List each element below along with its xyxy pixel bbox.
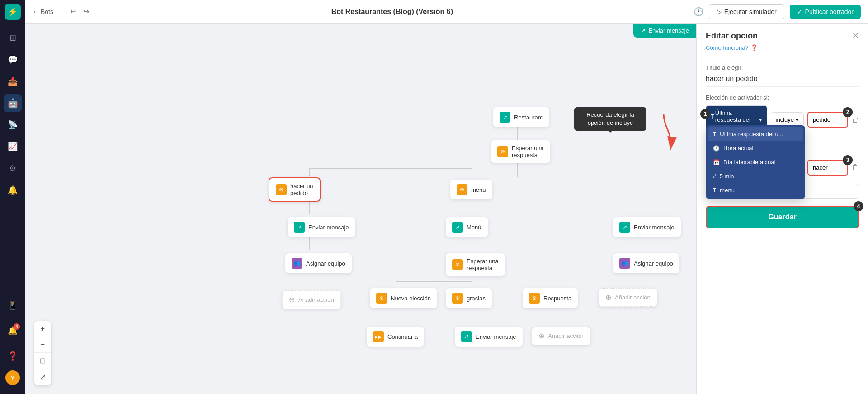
trigger-row-1: 1 T Última respuesta del usu. ▾ T Última… — [706, 105, 859, 134]
sidebar-item-inbox[interactable]: 📥 — [4, 72, 22, 90]
row1-value-input[interactable] — [807, 112, 848, 128]
simulator-button[interactable]: ▷ Ejecutar simulador — [709, 4, 784, 19]
sidebar-item-bot[interactable]: 🤖 — [4, 94, 22, 112]
undo-button[interactable]: ↩ — [68, 5, 78, 18]
dropdown-item-4-label: 5 min — [720, 173, 734, 180]
row2-value-input[interactable] — [807, 160, 848, 176]
clock-icon: 🕐 — [713, 145, 720, 152]
node-anadir-1[interactable]: ⊕ Añadir acción — [282, 290, 341, 309]
back-button[interactable]: ← Bots — [33, 8, 53, 15]
sidebar-item-broadcast[interactable]: 📡 — [4, 116, 22, 134]
node-esperar-top-label: Esperar unarespuesta — [512, 145, 544, 158]
history-button[interactable]: 🕐 — [693, 7, 703, 17]
trigger-select-1[interactable]: T Última respuesta del usu. ▾ T Última r… — [706, 105, 767, 134]
title-input[interactable] — [706, 75, 859, 87]
save-button[interactable]: Guardar — [706, 206, 859, 228]
question-icon: ❓ — [750, 44, 758, 51]
node-asignar-1[interactable]: 👥 Asignar equipo — [285, 253, 352, 273]
delete-row2-button[interactable]: 🗑 — [852, 163, 859, 171]
node-enviar-1[interactable]: ↗ Enviar mensaje — [288, 217, 355, 237]
analytics-icon: 📈 — [8, 142, 18, 152]
sidebar-item-alerts[interactable]: 🔔 — [4, 181, 22, 199]
node-menu-2[interactable]: ↗ Menú — [446, 217, 488, 237]
node-nueva-eleccion-icon: ⊗ — [376, 293, 387, 304]
node-menu[interactable]: ⊗ menu — [450, 180, 492, 199]
sidebar-item-analytics[interactable]: 📈 — [4, 138, 22, 156]
node-esperar-2-icon: ⊗ — [452, 259, 463, 270]
calendar-icon: 📅 — [713, 159, 720, 166]
plus-circle-icon-right: ⊕ — [605, 293, 611, 302]
bot-icon: 🤖 — [7, 98, 19, 109]
node-nueva-eleccion[interactable]: ⊗ Nueva elección — [370, 288, 437, 308]
whatsapp-icon: 📱 — [8, 300, 18, 310]
dropdown-item-2-label: Hora actual — [723, 145, 753, 152]
redo-button[interactable]: ↪ — [81, 5, 91, 18]
zoom-fit-button[interactable]: ⊡ — [34, 353, 51, 369]
panel-close-button[interactable]: ✕ — [852, 31, 859, 41]
play-icon: ▷ — [717, 8, 722, 15]
send-msg-top-label: Enviar mensaje — [648, 27, 689, 34]
node-asignar-1-label: Asignar equipo — [306, 260, 345, 267]
header-divider — [61, 6, 61, 17]
dropdown-item-5[interactable]: T menu — [708, 183, 803, 197]
node-enviar-right[interactable]: ↗ Enviar mensaje — [613, 217, 681, 237]
node-anadir-bottom[interactable]: ⊕ Añadir acción — [532, 327, 590, 345]
title-field-label: Título a elegir: — [706, 64, 859, 71]
sidebar-item-chat[interactable]: 💬 — [4, 51, 22, 69]
dropdown-item-3[interactable]: 📅 Día laborable actual — [708, 155, 803, 169]
node-restaurant[interactable]: ↗ Restaurant — [493, 107, 549, 127]
node-asignar-right[interactable]: 👥 Asignar equipo — [613, 253, 679, 273]
sidebar-item-home[interactable]: ⊞ — [4, 29, 22, 47]
sidebar-logo[interactable]: ⚡ — [5, 4, 21, 20]
node-gracias-icon: ⊗ — [452, 293, 463, 304]
zoom-out-button[interactable]: − — [34, 337, 51, 353]
publish-button[interactable]: ✓ Publicar borrador — [790, 5, 861, 19]
node-respuesta[interactable]: ⊗ Respuesta — [523, 288, 578, 308]
dropdown-item-5-label: menu — [720, 187, 735, 194]
sidebar-item-settings[interactable]: ⚙ — [4, 159, 22, 177]
node-enviar-bottom[interactable]: ↗ Enviar mensaje — [455, 327, 523, 347]
send-icon-top: ↗ — [641, 27, 646, 34]
sidebar-item-help[interactable]: ❓ — [4, 347, 22, 365]
logo-icon: ⚡ — [8, 7, 18, 17]
dropdown-item-2[interactable]: 🕐 Hora actual — [708, 141, 803, 155]
node-esperar-2[interactable]: ⊗ Esperar unarespuesta — [446, 253, 505, 276]
sidebar-item-whatsapp[interactable]: 📱 — [4, 296, 22, 314]
text-icon-2: T — [713, 187, 716, 194]
delete-row1-button[interactable]: 🗑 — [852, 116, 859, 124]
sidebar-item-notifications[interactable]: 🔔 3 — [4, 322, 22, 340]
zoom-expand-button[interactable]: ⤢ — [34, 369, 51, 385]
node-enviar-right-icon: ↗ — [619, 222, 630, 233]
node-nueva-eleccion-label: Nueva elección — [391, 295, 431, 302]
trigger-dropdown: T Última respuesta del u... 🕐 Hora actua… — [706, 125, 805, 199]
plus-circle-icon-bottom: ⊕ — [538, 332, 544, 340]
node-anadir-right[interactable]: ⊕ Añadir acción — [599, 288, 657, 307]
node-enviar-1-icon: ↗ — [294, 222, 305, 233]
save-button-container: 4 Guardar — [706, 206, 859, 228]
right-panel: Editar opción ✕ Cómo funciona? ❓ Título … — [696, 24, 868, 394]
text-icon-1: T — [713, 131, 716, 138]
node-menu-label: menu — [471, 186, 486, 193]
node-gracias[interactable]: ⊗ gracias — [446, 288, 492, 308]
notification-badge: 3 — [14, 323, 20, 330]
badge-4: 4 — [854, 201, 863, 211]
callout-tooltip: Recuerda elegir la opción de incluye — [574, 107, 646, 131]
node-continuar[interactable]: ▶▶ Continuar a — [367, 327, 424, 347]
node-esperar-2-label: Esperar unarespuesta — [467, 258, 499, 271]
how-it-works-link[interactable]: Cómo funciona? ❓ — [706, 44, 859, 57]
node-respuesta-icon: ⊗ — [529, 293, 540, 304]
user-avatar[interactable]: Y — [5, 370, 20, 385]
main-container: ← Bots ↩ ↪ Bot Restaurantes (Blog) (Vers… — [25, 0, 868, 394]
header-actions: 🕐 ▷ Ejecutar simulador ✓ Publicar borrad… — [693, 4, 861, 19]
node-anadir-1-label: Añadir acción — [298, 296, 334, 303]
settings-icon: ⚙ — [9, 163, 16, 173]
node-hacer-pedido[interactable]: ⊗ hacer unpedido — [269, 177, 321, 202]
zoom-in-button[interactable]: + — [34, 321, 51, 337]
send-msg-top[interactable]: ↗ Enviar mensaje — [633, 24, 696, 38]
dropdown-item-4[interactable]: # 5 min — [708, 169, 803, 183]
dropdown-item-1[interactable]: T Última respuesta del u... — [708, 127, 803, 141]
node-enviar-right-label: Enviar mensaje — [634, 224, 675, 231]
node-esperar-top[interactable]: ⊗ Esperar unarespuesta — [491, 140, 550, 163]
publish-label: Publicar borrador — [805, 8, 854, 15]
header-left: ← Bots ↩ ↪ — [33, 5, 91, 18]
